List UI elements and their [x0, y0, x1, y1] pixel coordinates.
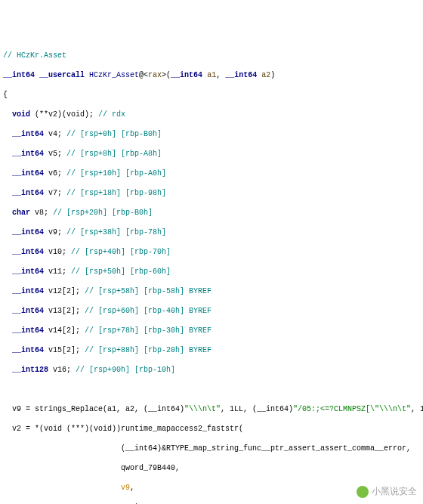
comment-header: // HCzKr.Asset — [3, 51, 66, 60]
watermark: 小黑说安全 — [357, 486, 417, 498]
watermark-text: 小黑说安全 — [372, 486, 417, 498]
code-view: // HCzKr.Asset __int64 __usercall HCzKr_… — [3, 41, 420, 504]
watermark-icon — [357, 486, 369, 498]
